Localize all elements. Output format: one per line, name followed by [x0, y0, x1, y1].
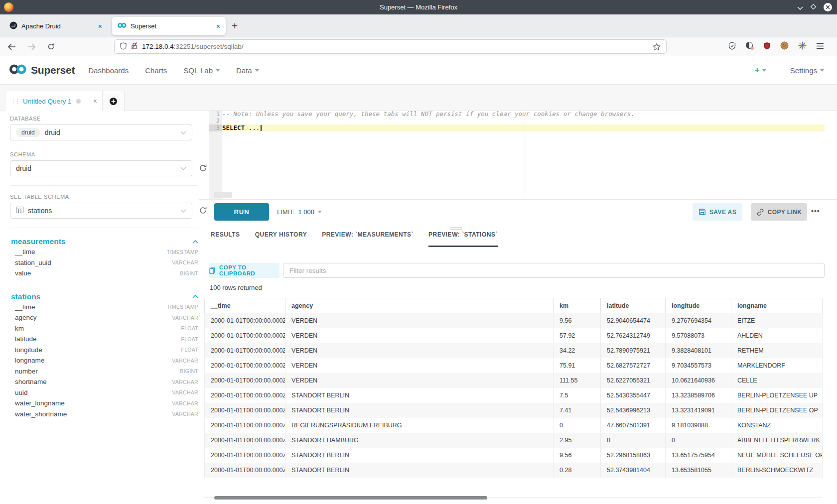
table-cell: 57.92 [554, 328, 601, 343]
save-as-button[interactable]: SAVE AS [693, 203, 742, 221]
refresh-tables-button[interactable] [199, 206, 207, 215]
column-header-km[interactable]: km [554, 298, 601, 313]
tab-close-icon[interactable]: × [94, 22, 102, 30]
column-header-longname[interactable]: longname [731, 298, 823, 313]
table-row[interactable]: 2000-01-01T00:00:00.000ZVERDEN57.9252.76… [205, 328, 823, 343]
table-row[interactable]: 2000-01-01T00:00:00.000ZSTANDORT BERLIN7… [205, 388, 823, 403]
chevron-down-icon [180, 209, 186, 213]
browser-tab-apache-druid[interactable]: Apache Druid × [4, 17, 108, 35]
run-button[interactable]: RUN [214, 203, 269, 221]
column-header-time[interactable]: __time [205, 298, 285, 313]
plus-icon: + [755, 65, 760, 75]
browser-tab-superset[interactable]: Superset × [112, 17, 226, 35]
refresh-schemas-button[interactable] [199, 164, 207, 172]
limit-dropdown[interactable]: LIMIT: 1 000 [277, 203, 322, 221]
query-tab-close-icon[interactable]: × [93, 97, 97, 105]
superset-wordmark[interactable]: Superset [31, 64, 75, 76]
circle-plus-icon [109, 97, 118, 106]
results-tab-preview-stations[interactable]: PREVIEW: `STATIONS` [428, 231, 498, 247]
column-header-latitude[interactable]: latitude [601, 298, 666, 313]
insecure-lock-icon[interactable] [131, 42, 138, 51]
column-name: water_shortname [15, 410, 67, 418]
table-cell: NEUE MÜHLE SCHLEUSE OP [731, 448, 823, 463]
druid-favicon-icon [9, 21, 17, 31]
window-shade-chevron-icon[interactable] [797, 3, 803, 12]
results-tab-query-history[interactable]: QUERY HISTORY [255, 231, 307, 247]
nav-item-charts[interactable]: Charts [145, 66, 167, 75]
table-row[interactable]: 2000-01-01T00:00:00.000ZREGIERUNGSPRÄSID… [205, 418, 823, 433]
table-row[interactable]: 2000-01-01T00:00:00.000ZSTANDORT BERLIN0… [205, 463, 823, 478]
table-select[interactable]: stations [10, 203, 192, 219]
table-icon [16, 207, 23, 215]
menu-icon[interactable] [816, 42, 824, 51]
query-state-dot [76, 99, 81, 104]
window-close-button[interactable] [824, 3, 832, 11]
column-type: TIMESTAMP [167, 249, 198, 255]
tracking-shield-icon[interactable] [120, 42, 127, 51]
table-schema-list: measurements__timeTIMESTAMPstation_uuidV… [0, 237, 208, 424]
table-cell: 52.3743981404 [601, 463, 666, 478]
consent-manager-extension-icon[interactable] [798, 41, 807, 52]
dark-mode-extension-icon[interactable] [745, 41, 754, 52]
line-number: 3 [209, 125, 222, 131]
bookmark-star-icon[interactable] [653, 43, 661, 51]
window-maximize-icon[interactable] [810, 3, 817, 12]
results-tab-preview-measurements[interactable]: PREVIEW: `MEASUREMENTS` [322, 231, 414, 247]
results-tab-results[interactable]: RESULTS [211, 231, 240, 247]
table-row[interactable]: 2000-01-01T00:00:00.000ZSTANDORT HAMBURG… [205, 433, 823, 448]
save-icon [698, 208, 706, 216]
filter-results-input[interactable] [283, 263, 825, 278]
table-cell: CELLE [731, 373, 823, 388]
superset-logo-icon[interactable] [9, 63, 27, 77]
privacy-shield-extension-icon[interactable] [728, 42, 736, 52]
settings-menu[interactable]: Settings [790, 66, 824, 75]
nav-item-dashboards[interactable]: Dashboards [88, 66, 129, 75]
table-row[interactable]: 2000-01-01T00:00:00.000ZVERDEN75.9152.68… [205, 358, 823, 373]
schema-table-header-stations[interactable]: stations [11, 292, 198, 302]
table-row[interactable]: 2000-01-01T00:00:00.000ZVERDEN111.5552.6… [205, 373, 823, 388]
query-tab-untitled-query-1[interactable]: ⋮⋮ Untitled Query 1 × [5, 91, 103, 111]
table-row[interactable]: 2000-01-01T00:00:00.000ZVERDEN34.2252.78… [205, 343, 823, 358]
schema-select[interactable]: druid [10, 160, 192, 176]
back-button[interactable] [7, 43, 16, 50]
url-bar[interactable]: 172.18.0.4:32251/superset/sqllab/ [114, 39, 667, 54]
column-header-longitude[interactable]: longitude [666, 298, 731, 313]
cookie-extension-icon[interactable] [780, 41, 789, 52]
horizontal-scrollbar-thumb[interactable] [214, 496, 487, 500]
table-cell: BERLIN-PLOETZENSEE OP [731, 403, 823, 418]
editor-line-3: SELECT ... [222, 125, 825, 131]
editor-scrollbar-thumb[interactable] [214, 192, 232, 198]
collapse-icon[interactable] [192, 240, 198, 244]
nav-item-data[interactable]: Data [236, 66, 259, 75]
column-header-agency[interactable]: agency [285, 298, 554, 313]
table-row[interactable]: 2000-01-01T00:00:00.000ZSTANDORT BERLIN9… [205, 448, 823, 463]
add-new-button[interactable]: + [755, 65, 766, 75]
table-cell: VERDEN [285, 328, 554, 343]
tab-close-icon[interactable]: × [212, 22, 220, 30]
drag-handle-icon[interactable]: ⋮⋮ [10, 98, 19, 105]
schema-table-header-measurements[interactable]: measurements [11, 237, 198, 247]
table-row[interactable]: 2000-01-01T00:00:00.000ZSTANDORT BERLIN7… [205, 403, 823, 418]
copy-link-button[interactable]: COPY LINK [751, 203, 807, 221]
table-cell: 13.3231419091 [666, 403, 731, 418]
sql-editor[interactable]: -- Note: Unless you save your query, the… [222, 111, 825, 199]
link-icon [756, 208, 764, 216]
copy-to-clipboard-button[interactable]: COPY TO CLIPBOARD [209, 263, 279, 278]
schema-label: SCHEMA [10, 151, 208, 157]
more-actions-button[interactable]: ••• [811, 203, 820, 221]
pane-resize-handle[interactable] [450, 227, 462, 230]
table-cell: 9.7034557573 [666, 358, 731, 373]
ublock-extension-icon[interactable] [763, 42, 771, 52]
column-type: VARCHAR [172, 259, 198, 265]
reload-button[interactable] [47, 43, 55, 50]
add-query-tab-button[interactable] [102, 91, 125, 111]
new-tab-button[interactable]: + [232, 19, 238, 33]
table-cell: 2000-01-01T00:00:00.000Z [205, 358, 285, 373]
database-select[interactable]: druid druid [10, 125, 192, 140]
copy-to-clipboard-label: COPY TO CLIPBOARD [219, 264, 279, 276]
collapse-icon[interactable] [192, 295, 198, 298]
column-type: FLOAT [181, 325, 198, 331]
forward-button[interactable] [27, 43, 36, 50]
nav-item-sql-lab[interactable]: SQL Lab [183, 66, 220, 75]
table-row[interactable]: 2000-01-01T00:00:00.000ZVERDEN9.5652.904… [205, 313, 823, 328]
